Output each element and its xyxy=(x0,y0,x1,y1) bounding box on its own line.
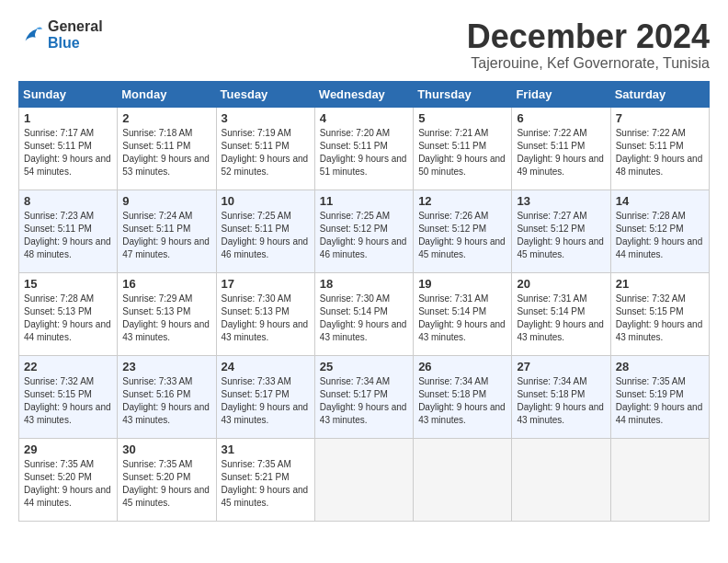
day-number: 21 xyxy=(616,277,704,291)
day-number: 13 xyxy=(517,194,605,208)
day-number: 11 xyxy=(320,194,408,208)
day-number: 10 xyxy=(222,194,310,208)
day-info: Sunrise: 7:26 AM Sunset: 5:12 PM Dayligh… xyxy=(418,210,506,261)
day-info: Sunrise: 7:23 AM Sunset: 5:11 PM Dayligh… xyxy=(24,210,112,261)
day-info: Sunrise: 7:35 AM Sunset: 5:19 PM Dayligh… xyxy=(616,375,704,427)
calendar-day-cell: 19 Sunrise: 7:31 AM Sunset: 5:14 PM Dayl… xyxy=(414,272,512,355)
day-info: Sunrise: 7:22 AM Sunset: 5:11 PM Dayligh… xyxy=(517,127,605,178)
calendar-day-cell: 21 Sunrise: 7:32 AM Sunset: 5:15 PM Dayl… xyxy=(610,272,709,355)
day-info: Sunrise: 7:21 AM Sunset: 5:11 PM Dayligh… xyxy=(418,127,506,178)
day-info: Sunrise: 7:35 AM Sunset: 5:20 PM Dayligh… xyxy=(122,458,210,510)
day-info: Sunrise: 7:17 AM Sunset: 5:11 PM Dayligh… xyxy=(24,127,112,178)
location-subtitle: Tajerouine, Kef Governorate, Tunisia xyxy=(467,55,710,72)
calendar-day-cell xyxy=(414,438,512,521)
day-number: 30 xyxy=(122,442,210,456)
day-number: 22 xyxy=(24,360,112,373)
calendar-weekday-header: Monday xyxy=(118,81,216,107)
calendar-day-cell: 30 Sunrise: 7:35 AM Sunset: 5:20 PM Dayl… xyxy=(118,438,216,521)
calendar-day-cell: 1 Sunrise: 7:17 AM Sunset: 5:11 PM Dayli… xyxy=(19,107,118,190)
day-info: Sunrise: 7:30 AM Sunset: 5:13 PM Dayligh… xyxy=(222,293,310,344)
calendar-day-cell: 11 Sunrise: 7:25 AM Sunset: 5:12 PM Dayl… xyxy=(314,190,413,272)
day-number: 29 xyxy=(24,442,112,456)
calendar-day-cell xyxy=(610,438,709,521)
logo-blue: Blue xyxy=(48,35,103,52)
day-info: Sunrise: 7:33 AM Sunset: 5:16 PM Dayligh… xyxy=(122,375,210,427)
day-number: 23 xyxy=(122,360,210,373)
day-info: Sunrise: 7:24 AM Sunset: 5:11 PM Dayligh… xyxy=(122,210,210,261)
day-info: Sunrise: 7:32 AM Sunset: 5:15 PM Dayligh… xyxy=(24,375,112,427)
calendar-day-cell: 26 Sunrise: 7:34 AM Sunset: 5:18 PM Dayl… xyxy=(414,355,512,438)
calendar-week-row: 22 Sunrise: 7:32 AM Sunset: 5:15 PM Dayl… xyxy=(19,355,710,438)
calendar-day-cell: 20 Sunrise: 7:31 AM Sunset: 5:14 PM Dayl… xyxy=(512,272,610,355)
logo: General Blue xyxy=(18,18,103,51)
day-info: Sunrise: 7:29 AM Sunset: 5:13 PM Dayligh… xyxy=(122,293,210,344)
day-number: 25 xyxy=(320,360,408,373)
page-header: General Blue December 2024 Tajerouine, K… xyxy=(18,18,710,72)
day-number: 28 xyxy=(616,360,704,373)
calendar-day-cell: 5 Sunrise: 7:21 AM Sunset: 5:11 PM Dayli… xyxy=(414,107,512,190)
day-number: 27 xyxy=(517,360,605,373)
calendar-day-cell: 17 Sunrise: 7:30 AM Sunset: 5:13 PM Dayl… xyxy=(216,272,314,355)
day-info: Sunrise: 7:35 AM Sunset: 5:20 PM Dayligh… xyxy=(24,458,112,510)
day-info: Sunrise: 7:31 AM Sunset: 5:14 PM Dayligh… xyxy=(517,293,605,344)
calendar-week-row: 1 Sunrise: 7:17 AM Sunset: 5:11 PM Dayli… xyxy=(19,107,710,190)
day-info: Sunrise: 7:32 AM Sunset: 5:15 PM Dayligh… xyxy=(616,293,704,344)
calendar-weekday-header: Tuesday xyxy=(216,81,314,107)
day-number: 19 xyxy=(418,277,506,291)
day-info: Sunrise: 7:27 AM Sunset: 5:12 PM Dayligh… xyxy=(517,210,605,261)
day-number: 15 xyxy=(24,277,112,291)
day-info: Sunrise: 7:34 AM Sunset: 5:18 PM Dayligh… xyxy=(418,375,506,427)
day-number: 31 xyxy=(222,442,310,456)
day-number: 3 xyxy=(222,111,310,125)
month-title: December 2024 xyxy=(467,18,710,55)
day-number: 2 xyxy=(122,111,210,125)
day-info: Sunrise: 7:30 AM Sunset: 5:14 PM Dayligh… xyxy=(320,293,408,344)
day-info: Sunrise: 7:31 AM Sunset: 5:14 PM Dayligh… xyxy=(418,293,506,344)
calendar-weekday-header: Thursday xyxy=(414,81,512,107)
calendar-header-row: SundayMondayTuesdayWednesdayThursdayFrid… xyxy=(19,81,710,107)
day-info: Sunrise: 7:28 AM Sunset: 5:13 PM Dayligh… xyxy=(24,293,112,344)
calendar-day-cell: 15 Sunrise: 7:28 AM Sunset: 5:13 PM Dayl… xyxy=(19,272,118,355)
day-number: 18 xyxy=(320,277,408,291)
calendar-day-cell: 12 Sunrise: 7:26 AM Sunset: 5:12 PM Dayl… xyxy=(414,190,512,272)
day-number: 9 xyxy=(122,194,210,208)
day-number: 16 xyxy=(122,277,210,291)
day-info: Sunrise: 7:25 AM Sunset: 5:11 PM Dayligh… xyxy=(222,210,310,261)
day-number: 14 xyxy=(616,194,704,208)
calendar-day-cell: 3 Sunrise: 7:19 AM Sunset: 5:11 PM Dayli… xyxy=(216,107,314,190)
calendar-day-cell: 8 Sunrise: 7:23 AM Sunset: 5:11 PM Dayli… xyxy=(19,190,118,272)
calendar-day-cell: 10 Sunrise: 7:25 AM Sunset: 5:11 PM Dayl… xyxy=(216,190,314,272)
calendar-day-cell: 7 Sunrise: 7:22 AM Sunset: 5:11 PM Dayli… xyxy=(610,107,709,190)
calendar-day-cell: 13 Sunrise: 7:27 AM Sunset: 5:12 PM Dayl… xyxy=(512,190,610,272)
day-number: 1 xyxy=(24,111,112,125)
day-number: 24 xyxy=(222,360,310,373)
day-info: Sunrise: 7:25 AM Sunset: 5:12 PM Dayligh… xyxy=(320,210,408,261)
day-number: 7 xyxy=(616,111,704,125)
day-number: 6 xyxy=(517,111,605,125)
day-info: Sunrise: 7:33 AM Sunset: 5:17 PM Dayligh… xyxy=(222,375,310,427)
logo-bird-icon xyxy=(18,22,44,48)
calendar-day-cell: 28 Sunrise: 7:35 AM Sunset: 5:19 PM Dayl… xyxy=(610,355,709,438)
day-number: 26 xyxy=(418,360,506,373)
day-info: Sunrise: 7:35 AM Sunset: 5:21 PM Dayligh… xyxy=(222,458,310,510)
calendar-day-cell: 4 Sunrise: 7:20 AM Sunset: 5:11 PM Dayli… xyxy=(314,107,413,190)
calendar-day-cell: 23 Sunrise: 7:33 AM Sunset: 5:16 PM Dayl… xyxy=(118,355,216,438)
calendar-week-row: 15 Sunrise: 7:28 AM Sunset: 5:13 PM Dayl… xyxy=(19,272,710,355)
calendar-day-cell xyxy=(314,438,413,521)
day-number: 4 xyxy=(320,111,408,125)
calendar-week-row: 8 Sunrise: 7:23 AM Sunset: 5:11 PM Dayli… xyxy=(19,190,710,272)
day-info: Sunrise: 7:34 AM Sunset: 5:18 PM Dayligh… xyxy=(517,375,605,427)
calendar-weekday-header: Sunday xyxy=(19,81,118,107)
day-number: 8 xyxy=(24,194,112,208)
day-number: 17 xyxy=(222,277,310,291)
day-info: Sunrise: 7:34 AM Sunset: 5:17 PM Dayligh… xyxy=(320,375,408,427)
calendar-day-cell: 25 Sunrise: 7:34 AM Sunset: 5:17 PM Dayl… xyxy=(314,355,413,438)
day-number: 20 xyxy=(517,277,605,291)
calendar-day-cell: 2 Sunrise: 7:18 AM Sunset: 5:11 PM Dayli… xyxy=(118,107,216,190)
day-info: Sunrise: 7:19 AM Sunset: 5:11 PM Dayligh… xyxy=(222,127,310,178)
calendar-day-cell xyxy=(512,438,610,521)
calendar-table: SundayMondayTuesdayWednesdayThursdayFrid… xyxy=(18,81,710,522)
day-info: Sunrise: 7:18 AM Sunset: 5:11 PM Dayligh… xyxy=(122,127,210,178)
calendar-day-cell: 18 Sunrise: 7:30 AM Sunset: 5:14 PM Dayl… xyxy=(314,272,413,355)
calendar-day-cell: 27 Sunrise: 7:34 AM Sunset: 5:18 PM Dayl… xyxy=(512,355,610,438)
